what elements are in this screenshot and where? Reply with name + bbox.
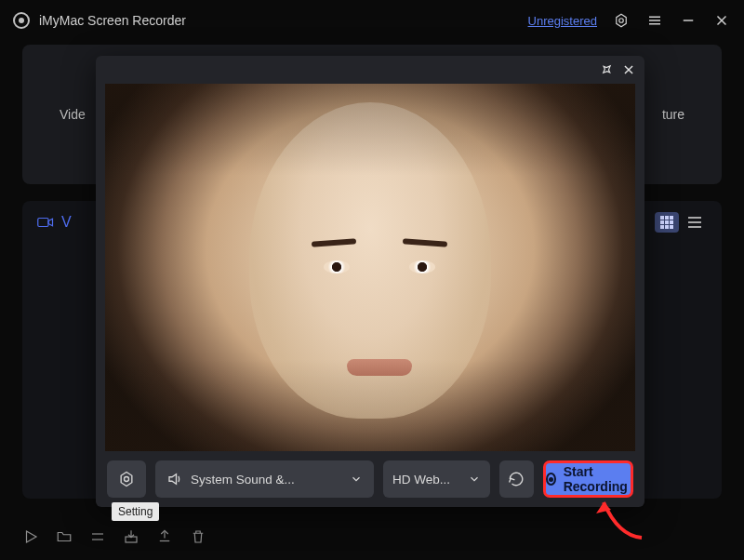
recordings-tab[interactable]: V <box>37 214 72 231</box>
audio-source-label: System Sound &... <box>191 473 295 487</box>
modal-controls: Setting System Sound &... HD Web... Star… <box>96 451 644 507</box>
menu-icon[interactable] <box>645 11 664 30</box>
list-view-button[interactable] <box>683 212 707 233</box>
view-toggle <box>655 212 707 233</box>
speaker-icon <box>166 471 183 487</box>
recordings-tab-label: V <box>61 214 72 231</box>
webcam-preview-modal: Setting System Sound &... HD Web... Star… <box>96 56 644 507</box>
svg-point-30 <box>125 477 129 482</box>
rename-icon[interactable] <box>89 528 106 545</box>
face-feature <box>403 238 447 247</box>
svg-rect-11 <box>670 216 673 220</box>
close-icon[interactable] <box>712 11 731 30</box>
export-icon[interactable] <box>123 528 140 545</box>
pin-icon[interactable] <box>600 63 613 76</box>
titlebar-left: iMyMac Screen Recorder <box>13 12 186 29</box>
svg-rect-14 <box>670 220 673 224</box>
svg-rect-17 <box>670 225 673 229</box>
share-icon[interactable] <box>156 528 173 545</box>
app-title: iMyMac Screen Recorder <box>39 13 186 28</box>
settings-gear-icon[interactable] <box>612 11 631 30</box>
record-icon <box>546 473 556 486</box>
mode-card-right-label: ture <box>662 107 684 122</box>
camera-source-label: HD Web... <box>392 473 450 487</box>
svg-marker-29 <box>121 473 132 487</box>
grid-view-button[interactable] <box>655 212 679 233</box>
chevron-down-icon <box>350 473 363 486</box>
start-recording-button[interactable]: Start Recording <box>543 460 633 498</box>
settings-tooltip: Setting <box>112 502 159 521</box>
start-recording-label: Start Recording <box>564 464 631 494</box>
modal-header <box>96 56 644 84</box>
refresh-icon <box>508 471 525 487</box>
webcam-preview <box>105 84 635 451</box>
face-feature <box>324 260 350 273</box>
mode-card-left-label: Vide <box>60 107 86 122</box>
play-icon[interactable] <box>22 528 39 545</box>
settings-button[interactable] <box>107 460 146 498</box>
minimize-icon[interactable] <box>679 11 698 30</box>
titlebar-right: Unregistered <box>528 11 731 30</box>
svg-point-1 <box>619 19 624 23</box>
svg-rect-13 <box>665 220 669 224</box>
camera-source-dropdown[interactable]: HD Web... <box>383 460 490 498</box>
folder-icon[interactable] <box>56 528 73 545</box>
svg-rect-12 <box>660 220 664 224</box>
face-feature <box>312 238 356 247</box>
trash-icon[interactable] <box>190 528 206 545</box>
face-feature <box>409 260 435 273</box>
bottom-toolbar <box>22 528 206 545</box>
titlebar: iMyMac Screen Recorder Unregistered <box>0 0 744 41</box>
modal-close-icon[interactable] <box>622 63 635 76</box>
app-logo-icon <box>13 12 30 29</box>
audio-source-dropdown[interactable]: System Sound &... <box>155 460 374 498</box>
svg-marker-0 <box>617 14 627 27</box>
face-feature <box>347 359 412 376</box>
svg-rect-16 <box>665 225 669 229</box>
svg-rect-15 <box>660 225 664 229</box>
refresh-button[interactable] <box>499 460 534 498</box>
svg-marker-21 <box>27 531 37 542</box>
svg-rect-10 <box>665 216 669 220</box>
unregistered-link[interactable]: Unregistered <box>528 14 597 28</box>
svg-rect-9 <box>660 216 664 220</box>
svg-rect-8 <box>38 219 48 227</box>
chevron-down-icon <box>468 473 481 486</box>
